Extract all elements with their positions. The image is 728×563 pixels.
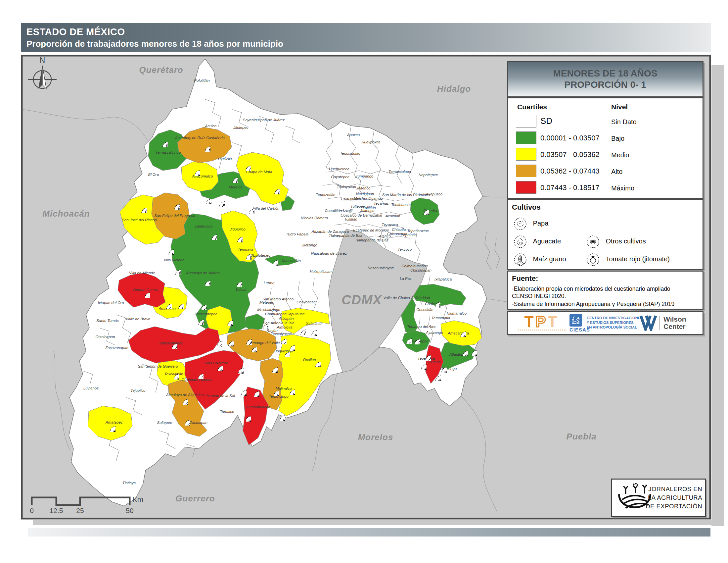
otros-icon [188, 163, 200, 177]
aguacate-icon [513, 235, 527, 249]
cultivo-label: Tomate rojo (jitomate) [606, 255, 670, 262]
fuente-title: Fuente: [512, 274, 538, 283]
municipality-label: Otzoloapan [96, 335, 115, 339]
municipality-label: Tejupilco [131, 389, 146, 393]
quartile-level: Bajo [611, 135, 624, 142]
municipality-label: Teotihuacán [391, 203, 412, 207]
quartile-level: Alto [611, 168, 622, 175]
jornaleros-logo-box: JORNALEROS EN LA AGRICULTURA DE EXPORTAC… [611, 479, 706, 517]
otros-icon [416, 203, 429, 216]
maiz-icon [230, 230, 243, 244]
otros-icon [247, 384, 259, 398]
swatch-medio [516, 148, 536, 161]
municipality-label: Coyotepec [331, 175, 349, 179]
otros-icon [239, 409, 251, 423]
maiz-icon [167, 197, 180, 211]
municipality-label: Ixtapan del Oro [98, 301, 124, 305]
municipality-label: Melchor Ocampo [354, 196, 383, 200]
otros-icon [283, 383, 295, 397]
papa-icon [176, 392, 188, 406]
otros-icon [273, 408, 285, 422]
tomate-icon [212, 194, 225, 208]
municipality-label: Tlalmanalco [446, 311, 467, 315]
otros-icon [161, 242, 174, 256]
tpt-letter: T [524, 313, 536, 330]
maiz-icon [239, 159, 251, 172]
maiz-icon [198, 273, 210, 288]
swatch-sin-dato [516, 115, 536, 127]
aguacate-icon [191, 367, 204, 381]
municipality-label: Hueypoxtla [361, 140, 381, 144]
maiz-icon [155, 135, 168, 149]
papa-icon [210, 334, 222, 348]
wilson-text-line: Wilson [663, 316, 686, 323]
bottom-gradient-strip [28, 528, 710, 537]
quartile-range: 0.07443 - 0.18517 [540, 183, 600, 192]
maiz-icon [191, 313, 204, 327]
swatch-alto [516, 164, 536, 177]
municipality-label: Naucalpan de Juárez [311, 251, 347, 255]
municipality-label: Tlatlaya [122, 481, 136, 485]
swatch-bajo [516, 131, 536, 144]
otros-icon [234, 383, 247, 397]
tpt-letter: T [548, 313, 559, 330]
municipality-label: Luvianos [83, 386, 99, 390]
municipality-label: Lerma [264, 281, 275, 285]
municipality-label: Jilotzingo [301, 243, 317, 247]
maiz-icon [171, 297, 184, 311]
legend-col-level: Nivel [611, 103, 628, 111]
municipality-label: Almoloya [277, 325, 292, 329]
otros-icon [210, 359, 223, 373]
state-label: Puebla [566, 432, 596, 442]
municipality-label: Temascalapa [388, 169, 411, 173]
maiz-icon [168, 262, 181, 276]
municipality-label: Temamatla [432, 316, 450, 320]
municipality-label: Atenco [379, 234, 391, 238]
legend-row-maximo: 0.07443 - 0.18517 Máximo [508, 181, 703, 196]
quartile-range: 0.03507 - 0.05362 [540, 150, 600, 159]
maiz-icon [205, 227, 217, 241]
legend-row-sd: SD Sin Dato [508, 115, 703, 129]
municipality-label: Tequixquiac [340, 151, 360, 155]
scale-tick: 25 [76, 507, 84, 515]
municipality-label: Villa del Carbón [253, 206, 280, 210]
municipality-label: Jaltenco [360, 209, 375, 212]
municipality-label: El Oro [148, 172, 159, 176]
quartile-range: 0.00001 - 0.03507 [540, 134, 600, 142]
cultivo-label: Maíz grano [533, 255, 566, 262]
state-label: Guerrero [175, 493, 215, 504]
municipality-label: San Martín de las Pirámides [382, 193, 430, 197]
otros-icon [267, 384, 279, 398]
municipality-label: Sultepec [157, 421, 172, 425]
scale-tick: 12.5 [50, 507, 63, 515]
municipality-label: Valle de Bravo [126, 317, 150, 321]
maiz-icon [408, 332, 420, 346]
maiz-icon [513, 253, 527, 266]
cultivos-title: Cultivos [512, 203, 541, 211]
legend-col-quartiles: Cuartiles [517, 103, 547, 111]
papa-icon [138, 286, 150, 300]
fuente-line: -Elaboración propia con microdatos del c… [512, 286, 670, 293]
maiz-icon [198, 139, 210, 153]
municipality-label: Zacualpan [190, 421, 207, 425]
ciesas-text-line: EN ANTROPOLOGÍA SOCIAL [587, 325, 643, 330]
fuente-line: -Sistema de Información Agropecuaria y P… [512, 301, 674, 308]
state-label: Michoacán [42, 209, 90, 219]
municipality-label: Zumpango [355, 174, 374, 178]
quartile-level: Medio [611, 151, 629, 159]
municipality-label: Villa de Allende [129, 271, 155, 275]
municipality-label: La Paz [400, 276, 412, 280]
jornaleros-line: LA AGRICULTURA [646, 493, 702, 502]
state-label: Morelos [358, 432, 393, 443]
municipality-label: Tezoyuca [382, 222, 398, 226]
municipality-label: Villa Victoria [164, 258, 185, 262]
tomate-icon [194, 298, 206, 312]
logos-box: TPT CIESAS CENTRO DE INVESTIGACIONES Y E… [507, 311, 704, 335]
municipality-label: Chicoloapan [410, 268, 432, 272]
otros-icon [453, 325, 466, 339]
legend-quartiles-box: Cuartiles Nivel SD Sin Dato 0.00001 - 0.… [507, 97, 704, 199]
legend-cultivo-papa: Papa [513, 217, 548, 231]
otros-icon [428, 369, 441, 383]
otros-icon [265, 360, 278, 374]
legend-cultivo-maiz: Maíz grano [513, 253, 566, 266]
